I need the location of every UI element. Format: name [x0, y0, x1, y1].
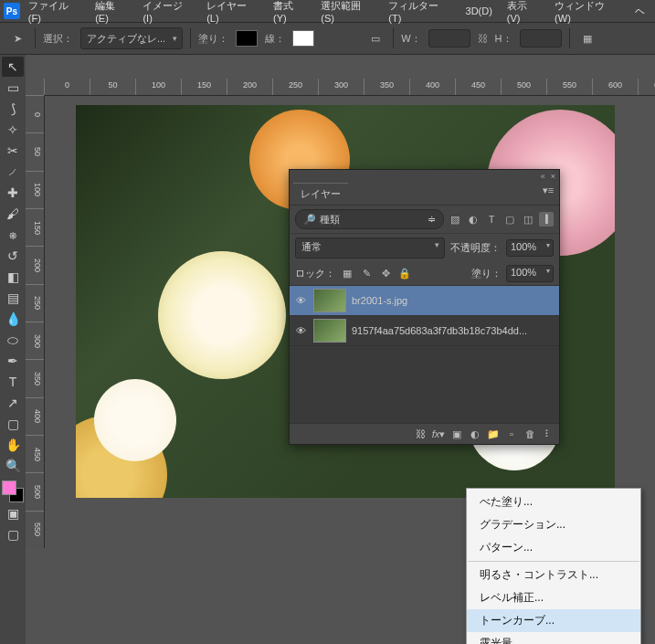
menu-window[interactable]: ウィンドウ(W)	[548, 0, 627, 26]
type-tool[interactable]: T	[2, 372, 24, 392]
stroke-label: 線：	[265, 32, 285, 46]
layer-row[interactable]: 👁9157f4aa75d683a3f7db3b18c73b4dd...	[290, 316, 559, 346]
select-label: 選択：	[43, 32, 73, 46]
group-icon[interactable]: 📁	[486, 427, 501, 441]
move-tool-icon[interactable]: ➤	[7, 28, 27, 48]
history-brush-tool[interactable]: ↺	[2, 246, 24, 266]
select-dropdown[interactable]: アクティブなレ...	[80, 27, 183, 49]
layer-row[interactable]: 👁br2001-s.jpg	[290, 286, 559, 316]
stamp-tool[interactable]: ⎈	[2, 225, 24, 245]
layers-panel: «× レイヤー▾≡ 🔎種類≑ ▧ ◐ T ▢ ◫ ⏽ 通常 不透明度： 100%…	[289, 169, 560, 445]
path-align-icon[interactable]: ▦	[577, 28, 597, 48]
filter-toggle-icon[interactable]: ⏽	[539, 212, 554, 227]
layer-name: 9157f4aa75d683a3f7db3b18c73b4dd...	[352, 325, 555, 336]
context-menu-item[interactable]: べた塗り...	[467, 491, 640, 513]
zoom-tool[interactable]: 🔍	[2, 456, 24, 476]
brush-tool[interactable]: 🖌	[2, 204, 24, 224]
context-menu-item[interactable]: レベル補正...	[467, 586, 640, 609]
layer-name: br2001-s.jpg	[352, 295, 555, 306]
foreground-background-colors[interactable]	[2, 480, 24, 502]
link-icon[interactable]: ⛓	[478, 33, 488, 44]
context-menu-item[interactable]: 露光量...	[467, 632, 640, 644]
hand-tool[interactable]: ✋	[2, 435, 24, 455]
menu-help[interactable]: ヘ	[629, 2, 651, 21]
context-menu-item[interactable]: 明るさ・コントラスト...	[467, 564, 640, 586]
fill-input[interactable]: 100%	[506, 265, 554, 282]
mask-icon[interactable]: ▣	[449, 427, 464, 441]
shape-tool[interactable]: ▢	[2, 414, 24, 434]
wand-tool[interactable]: ✧	[2, 120, 24, 140]
context-menu-item[interactable]: トーンカーブ...	[467, 609, 640, 632]
menu-bar: Ps ファイル(F) 編集(E) イメージ(I) レイヤー(L) 書式(Y) 選…	[0, 0, 655, 23]
lasso-tool[interactable]: ⟆	[2, 99, 24, 119]
fill-label: 塗り：	[471, 267, 502, 280]
filter-image-icon[interactable]: ▧	[448, 212, 462, 227]
menu-filter[interactable]: フィルター(T)	[382, 0, 457, 26]
layers-list: 👁br2001-s.jpg👁9157f4aa75d683a3f7db3b18c7…	[290, 286, 559, 423]
pen-tool[interactable]: ✒	[2, 351, 24, 371]
context-menu-item[interactable]: グラデーション...	[467, 513, 640, 536]
filter-shape-icon[interactable]: ▢	[502, 212, 517, 227]
layers-tab[interactable]: レイヤー	[293, 183, 348, 205]
width-input[interactable]	[428, 29, 470, 48]
adjustment-context-menu: べた塗り...グラデーション...パターン...明るさ・コントラスト...レベル…	[466, 488, 641, 644]
fill-swatch[interactable]	[236, 30, 258, 47]
menu-edit[interactable]: 編集(E)	[89, 0, 134, 26]
layer-filter-search[interactable]: 🔎種類≑	[295, 209, 444, 229]
context-menu-item[interactable]: パターン...	[467, 536, 640, 559]
eyedropper-tool[interactable]: ⟋	[2, 162, 24, 182]
filter-smart-icon[interactable]: ◫	[521, 212, 535, 227]
lock-brush-icon[interactable]: ✎	[359, 267, 374, 281]
menu-layer[interactable]: レイヤー(L)	[200, 0, 265, 26]
stroke-swatch[interactable]	[292, 30, 314, 47]
lock-all-icon[interactable]: 🔒	[397, 267, 412, 281]
lock-position-icon[interactable]: ✥	[378, 267, 393, 281]
fill-label: 塗り：	[198, 32, 228, 46]
tools-panel: ↖ ▭ ⟆ ✧ ✂ ⟋ ✚ 🖌 ⎈ ↺ ◧ ▤ 💧 ⬭ ✒ T ↗ ▢ ✋ 🔍 …	[0, 55, 26, 644]
link-layers-icon[interactable]: ⛓	[413, 427, 428, 441]
close-icon[interactable]: ×	[551, 172, 555, 181]
layer-thumbnail[interactable]	[313, 289, 346, 312]
overflow-icon[interactable]: ⠇	[541, 427, 555, 441]
height-input[interactable]	[520, 29, 562, 48]
ruler-vertical: 050100150200250300350400450500550	[26, 95, 45, 548]
panel-menu-icon[interactable]: ▾≡	[541, 183, 555, 197]
app-logo: Ps	[4, 3, 20, 19]
filter-type-icon[interactable]: T	[484, 212, 499, 227]
collapse-icon[interactable]: «	[541, 172, 545, 181]
eraser-tool[interactable]: ◧	[2, 267, 24, 287]
quickmask-tool[interactable]: ▣	[2, 503, 24, 523]
blend-mode-select[interactable]: 通常	[295, 238, 445, 259]
heal-tool[interactable]: ✚	[2, 183, 24, 203]
screenmode-tool[interactable]: ▢	[2, 524, 24, 544]
menu-select[interactable]: 選択範囲(S)	[314, 0, 380, 26]
layer-thumbnail[interactable]	[313, 319, 346, 343]
fx-icon[interactable]: fx▾	[431, 427, 446, 441]
visibility-icon[interactable]: 👁	[293, 325, 308, 336]
crop-tool[interactable]: ✂	[2, 141, 24, 161]
blur-tool[interactable]: 💧	[2, 309, 24, 329]
ruler-horizontal: 0501001502002503003504004505005506006507…	[44, 79, 655, 96]
path-tool[interactable]: ↗	[2, 393, 24, 413]
menu-type[interactable]: 書式(Y)	[267, 0, 312, 26]
align-icon[interactable]: ▭	[365, 28, 386, 48]
lock-pixels-icon[interactable]: ▦	[340, 267, 354, 281]
move-tool[interactable]: ↖	[2, 57, 24, 77]
adjustment-layer-icon[interactable]: ◐	[468, 427, 482, 441]
visibility-icon[interactable]: 👁	[293, 295, 308, 306]
lock-label: ロック：	[295, 267, 335, 280]
new-layer-icon[interactable]: ▫	[504, 427, 519, 441]
trash-icon[interactable]: 🗑	[523, 427, 537, 441]
menu-view[interactable]: 表示(V)	[501, 0, 546, 26]
menu-3d[interactable]: 3D(D)	[460, 3, 499, 19]
opacity-input[interactable]: 100%	[506, 239, 554, 257]
gradient-tool[interactable]: ▤	[2, 288, 24, 308]
panel-header[interactable]: «×	[290, 170, 559, 183]
filter-adjust-icon[interactable]: ◐	[466, 212, 481, 227]
h-label: H：	[495, 32, 512, 46]
marquee-tool[interactable]: ▭	[2, 78, 24, 98]
menu-image[interactable]: イメージ(I)	[136, 0, 198, 26]
w-label: W：	[401, 32, 420, 46]
dodge-tool[interactable]: ⬭	[2, 330, 24, 350]
menu-file[interactable]: ファイル(F)	[22, 0, 87, 26]
